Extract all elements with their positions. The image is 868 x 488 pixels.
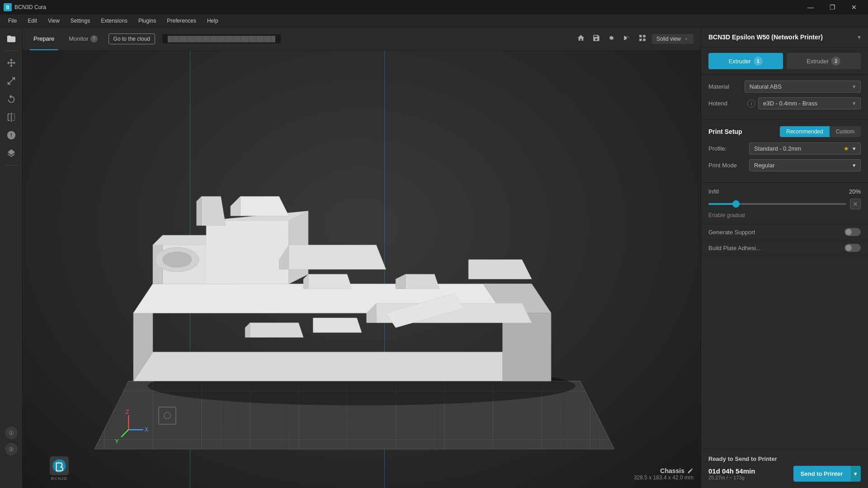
- svg-marker-8: [503, 313, 551, 381]
- recommended-tab[interactable]: Recommended: [780, 126, 829, 137]
- model-name-bar: ████████████████████████████: [162, 34, 281, 43]
- extruder1-label: Extruder: [729, 58, 751, 65]
- hotend-selector[interactable]: e3D - 0.4mm - Brass ▾: [758, 97, 861, 109]
- infill-header: Infill 20%: [708, 188, 861, 195]
- svg-text:X: X: [145, 426, 149, 433]
- build-plate-toggle[interactable]: [844, 244, 861, 252]
- mirror-view-icon[interactable]: [621, 32, 633, 46]
- menu-preferences[interactable]: Preferences: [162, 16, 201, 26]
- infill-label: Infill: [708, 188, 719, 195]
- print-mode-selector[interactable]: Regular ▾: [749, 159, 861, 171]
- menu-extensions[interactable]: Extensions: [96, 16, 132, 26]
- notification-1[interactable]: ①: [5, 426, 18, 439]
- maximize-button[interactable]: ❐: [822, 0, 843, 14]
- infill-reset-button[interactable]: ✕: [850, 199, 861, 209]
- menu-edit[interactable]: Edit: [23, 16, 42, 26]
- svg-text:Y: Y: [115, 438, 119, 445]
- support-icon[interactable]: [3, 127, 19, 143]
- tab-monitor[interactable]: Monitor ?: [65, 33, 101, 44]
- folder-icon[interactable]: [3, 31, 19, 47]
- titlebar-controls: — ❐ ✕: [800, 0, 864, 14]
- print-setup-title: Print Setup: [708, 128, 742, 135]
- menu-settings[interactable]: Settings: [66, 16, 94, 26]
- left-sidebar: ① ②: [0, 27, 23, 488]
- svg-marker-29: [313, 318, 362, 332]
- titlebar-left: B BCN3D Cura: [4, 3, 46, 11]
- send-dropdown-button[interactable]: ▾: [850, 466, 861, 482]
- app-title: BCN3D Cura: [14, 4, 46, 10]
- send-to-printer-button[interactable]: Send to Printer: [793, 466, 850, 482]
- panel-spacer: [701, 256, 868, 449]
- custom-tab[interactable]: Custom: [830, 126, 861, 137]
- enable-gradual-toggle[interactable]: Enable gradual: [708, 212, 861, 218]
- edit-icon[interactable]: [687, 468, 693, 474]
- menu-plugins[interactable]: Plugins: [134, 16, 160, 26]
- close-button[interactable]: ✕: [844, 0, 864, 14]
- print-mode-label: Print Mode: [708, 162, 749, 169]
- content-area: Prepare Monitor ? Go to the cloud ██████…: [23, 27, 701, 488]
- build-plate-label: Build Plate Adhesi...: [708, 245, 761, 251]
- extruder2-label: Extruder: [807, 58, 829, 65]
- home-icon[interactable]: [575, 32, 587, 46]
- grid-icon[interactable]: [637, 32, 648, 46]
- hotend-info-icon[interactable]: i: [747, 99, 755, 108]
- svg-marker-23: [308, 274, 352, 289]
- scale-icon[interactable]: [3, 73, 19, 89]
- model-filename: Chassis: [634, 467, 693, 474]
- infill-slider-thumb[interactable]: [732, 200, 740, 208]
- material-row: Material Natural ABS ▾: [708, 81, 861, 93]
- svg-marker-30: [201, 196, 226, 225]
- cloud-button[interactable]: Go to the cloud: [108, 33, 155, 44]
- move-icon[interactable]: [3, 55, 19, 71]
- profile-selector[interactable]: Standard - 0.2mm ★ ▾: [749, 142, 861, 155]
- material-selector[interactable]: Natural ABS ▾: [745, 81, 861, 93]
- infill-slider[interactable]: [708, 203, 846, 205]
- layer-icon[interactable]: [3, 145, 19, 161]
- view-selector[interactable]: Solid view: [652, 34, 693, 44]
- extruder2-button[interactable]: Extruder 2: [787, 53, 861, 69]
- print-time: 01d 04h 54min: [708, 467, 755, 475]
- send-btn-group: Send to Printer ▾: [793, 466, 861, 482]
- material-section: Material Natural ABS ▾ Hotend i e3D - 0.…: [701, 75, 868, 120]
- save-icon[interactable]: [590, 32, 602, 46]
- toolbar: Prepare Monitor ? Go to the cloud ██████…: [23, 27, 701, 51]
- generate-support-label: Generate Support: [708, 229, 755, 236]
- profile-label: Profile:: [708, 145, 749, 152]
- setup-tabs: Recommended Custom: [780, 126, 861, 137]
- generate-support-toggle[interactable]: [844, 228, 861, 236]
- svg-text:Z: Z: [126, 408, 129, 415]
- extruder1-button[interactable]: Extruder 1: [708, 53, 783, 69]
- svg-marker-19: [279, 245, 386, 270]
- extruder-tabs: Extruder 1 Extruder 2: [701, 47, 868, 75]
- right-panel: BCN3D Epsilon W50 (Network Printer) ▾ Ex…: [701, 27, 868, 488]
- infill-slider-row: ✕: [708, 199, 861, 209]
- monitor-help-badge[interactable]: ?: [90, 35, 98, 43]
- viewport-bottom: Chassis 328.5 x 183.4 x 42.0 mm: [634, 467, 693, 481]
- bcn3d-logo[interactable]: BCN3D: [50, 456, 69, 481]
- 3d-viewport[interactable]: X Z Y BCN3D Chassis: [23, 51, 701, 488]
- menubar: File Edit View Settings Extensions Plugi…: [0, 14, 868, 27]
- printer-chevron[interactable]: ▾: [858, 33, 861, 41]
- svg-marker-14: [206, 221, 289, 284]
- menu-view[interactable]: View: [43, 16, 64, 26]
- viewport-icons: Solid view: [575, 32, 693, 46]
- print-mode-chevron: ▾: [853, 162, 856, 169]
- notification-2[interactable]: ②: [5, 443, 18, 455]
- print-time-block: 01d 04h 54min 25.27m / ~ 173g: [708, 467, 755, 480]
- menu-help[interactable]: Help: [203, 16, 223, 26]
- svg-marker-4: [133, 352, 551, 381]
- menu-file[interactable]: File: [4, 16, 21, 26]
- svg-marker-28: [245, 323, 250, 337]
- tab-prepare[interactable]: Prepare: [30, 33, 58, 44]
- print-mode-row: Print Mode Regular ▾: [708, 159, 861, 171]
- rotate-icon[interactable]: [3, 91, 19, 107]
- printer-name: BCN3D Epsilon W50 (Network Printer): [708, 33, 823, 41]
- titlebar: B BCN3D Cura — ❐ ✕: [0, 0, 868, 14]
- infill-slider-fill: [708, 203, 736, 205]
- minimize-button[interactable]: —: [800, 0, 821, 14]
- mirror-icon[interactable]: [3, 109, 19, 125]
- camera-icon[interactable]: [606, 32, 618, 46]
- generate-support-row: Generate Support: [701, 224, 868, 240]
- printer-header: BCN3D Epsilon W50 (Network Printer) ▾: [701, 27, 868, 47]
- infill-value: 20%: [849, 188, 861, 195]
